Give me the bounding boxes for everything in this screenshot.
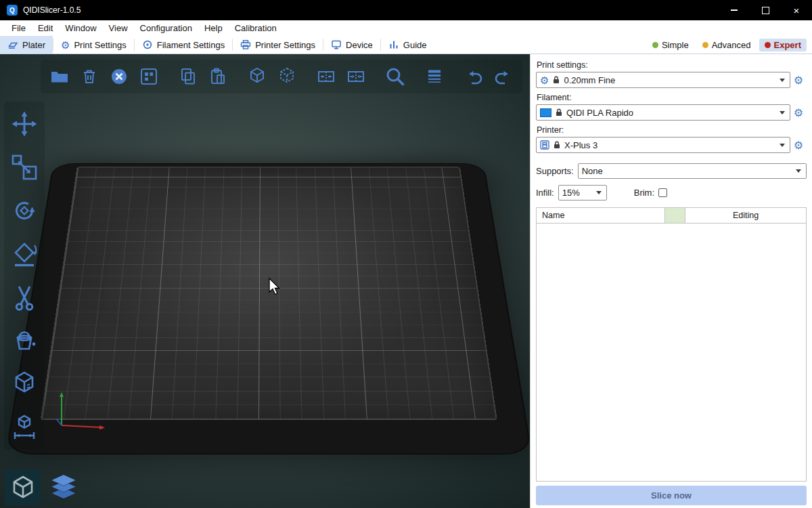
- column-header-name: Name: [537, 211, 664, 220]
- window-title: QIDISlicer-1.0.5: [23, 5, 81, 15]
- infill-label: Infill:: [536, 188, 554, 198]
- printer-edit-button[interactable]: ⚙: [790, 139, 807, 152]
- printer-icon: [540, 140, 549, 150]
- copy-icon[interactable]: [176, 64, 200, 89]
- delete-icon[interactable]: [77, 64, 102, 89]
- tab-printer-settings[interactable]: Printer Settings: [233, 36, 323, 54]
- filament-color-swatch: [540, 108, 551, 117]
- close-button[interactable]: ×: [781, 0, 812, 20]
- tabbar: Plater ⚙ Print Settings Filament Setting…: [0, 36, 812, 54]
- tab-label: Printer Settings: [255, 40, 315, 50]
- preview-view-icon[interactable]: [46, 470, 81, 505]
- titlebar: Q QIDISlicer-1.0.5 ×: [0, 0, 812, 20]
- mode-label: Expert: [774, 40, 801, 50]
- top-toolbar: [41, 60, 522, 93]
- tab-device[interactable]: Device: [323, 36, 380, 54]
- tab-print-settings[interactable]: ⚙ Print Settings: [53, 36, 134, 54]
- add-instance-icon[interactable]: [245, 64, 269, 89]
- menubar: File Edit Window View Configuration Help…: [0, 20, 812, 36]
- mode-dot: [702, 42, 708, 48]
- infill-combobox[interactable]: 15%: [558, 185, 607, 200]
- printer-value: X-Plus 3: [564, 140, 597, 150]
- arrange-icon[interactable]: [137, 64, 161, 89]
- remove-instance-icon[interactable]: [275, 64, 299, 89]
- open-project-icon[interactable]: [47, 64, 72, 89]
- menu-window[interactable]: Window: [59, 23, 102, 33]
- main-area: Print settings: ⚙ 0.20mm Fine ⚙ Filament…: [0, 54, 812, 508]
- print-settings-value: 0.20mm Fine: [564, 75, 615, 85]
- filament-value: QIDI PLA Rapido: [566, 108, 633, 118]
- mode-label: Simple: [662, 40, 689, 50]
- filament-label: Filament:: [537, 93, 807, 102]
- tab-label: Guide: [403, 40, 427, 50]
- viewport-3d[interactable]: [0, 54, 530, 508]
- printer-label: Printer:: [537, 125, 807, 135]
- brim-checkbox[interactable]: [658, 188, 667, 197]
- mode-expert[interactable]: Expert: [759, 39, 807, 51]
- minimize-button[interactable]: [719, 0, 750, 20]
- filament-combobox[interactable]: QIDI PLA Rapido: [536, 104, 790, 121]
- printer-row: X-Plus 3 ⚙: [536, 137, 807, 153]
- tab-guide[interactable]: Guide: [381, 36, 434, 54]
- menu-help[interactable]: Help: [198, 23, 229, 33]
- supports-combobox[interactable]: None: [578, 163, 807, 179]
- supports-label: Supports:: [536, 166, 574, 176]
- rotate-icon[interactable]: [7, 194, 41, 228]
- infill-row: Infill: 15% Brim:: [536, 185, 807, 200]
- maximize-icon: [762, 7, 769, 14]
- print-settings-edit-button[interactable]: ⚙: [790, 74, 807, 87]
- tab-label: Plater: [22, 40, 45, 50]
- chevron-down-icon: [780, 79, 785, 82]
- split-to-parts-icon[interactable]: [344, 64, 368, 89]
- undo-icon[interactable]: [461, 64, 486, 89]
- plater-icon: [7, 39, 18, 50]
- chevron-down-icon: [780, 144, 785, 147]
- mode-simple[interactable]: Simple: [647, 39, 694, 51]
- tab-label: Device: [346, 40, 373, 50]
- printer-combobox[interactable]: X-Plus 3: [536, 137, 790, 153]
- chevron-down-icon: [796, 169, 801, 173]
- delete-all-icon[interactable]: [107, 64, 131, 89]
- supports-value: None: [582, 166, 603, 176]
- right-sidebar: Print settings: ⚙ 0.20mm Fine ⚙ Filament…: [530, 54, 812, 508]
- paste-icon[interactable]: [206, 64, 230, 89]
- tab-plater[interactable]: Plater: [0, 36, 53, 54]
- maximize-button[interactable]: [750, 0, 781, 20]
- split-to-objects-icon[interactable]: [314, 64, 338, 89]
- print-settings-combobox[interactable]: ⚙ 0.20mm Fine: [536, 72, 790, 88]
- search-icon[interactable]: [383, 64, 407, 89]
- tab-filament-settings[interactable]: Filament Settings: [135, 36, 232, 54]
- measure-icon[interactable]: [7, 367, 41, 401]
- tab-label: Print Settings: [74, 40, 126, 50]
- menu-view[interactable]: View: [103, 23, 134, 33]
- redo-icon[interactable]: [491, 64, 516, 89]
- slice-now-button[interactable]: Slice now: [536, 486, 807, 505]
- place-on-face-icon[interactable]: [7, 237, 41, 271]
- supports-row: Supports: None: [536, 163, 807, 179]
- menu-edit[interactable]: Edit: [32, 23, 59, 33]
- window-controls: ×: [719, 0, 812, 20]
- menu-configuration[interactable]: Configuration: [134, 23, 198, 33]
- scale-icon[interactable]: [7, 150, 41, 184]
- preset-gear-icon: ⚙: [540, 75, 549, 85]
- mode-label: Advanced: [712, 40, 751, 50]
- spacing-icon[interactable]: [7, 410, 41, 444]
- support-paint-icon[interactable]: [7, 324, 41, 358]
- app-logo-icon: Q: [7, 5, 18, 16]
- object-list-body[interactable]: [537, 224, 806, 481]
- mode-advanced[interactable]: Advanced: [697, 39, 757, 51]
- mouse-cursor-icon: [268, 278, 281, 297]
- cut-icon[interactable]: [7, 280, 41, 314]
- guide-icon: [388, 39, 399, 50]
- menu-file[interactable]: File: [5, 23, 32, 33]
- column-header-extruder: [664, 208, 685, 223]
- print-settings-icon: ⚙: [61, 40, 70, 50]
- mode-dot: [652, 42, 658, 48]
- move-icon[interactable]: [7, 107, 41, 141]
- 3d-editor-view-icon[interactable]: [5, 470, 41, 505]
- filament-edit-button[interactable]: ⚙: [790, 106, 807, 119]
- lock-icon: [554, 141, 560, 149]
- menu-calibration[interactable]: Calibration: [229, 23, 283, 33]
- variable-layer-height-icon[interactable]: [422, 64, 447, 89]
- close-icon: ×: [794, 5, 800, 16]
